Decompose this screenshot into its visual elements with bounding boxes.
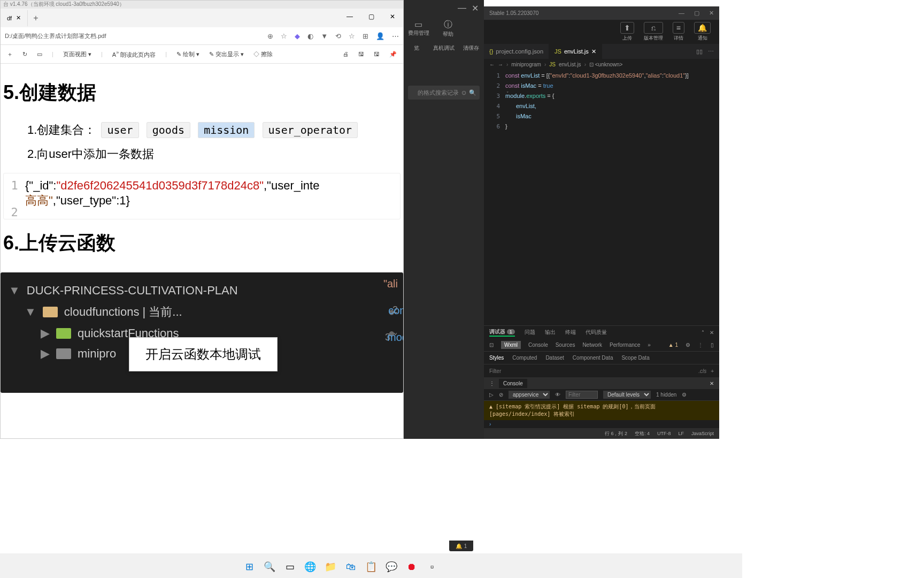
read-aloud-button[interactable]: A» 朗读此页内容 [112,50,156,59]
tab-project-config[interactable]: {}project.config.json [484,44,549,59]
draw-button[interactable]: ✎ 绘制 ▾ [176,50,199,58]
ext3-icon[interactable]: ▼ [321,32,328,40]
browser-tab[interactable]: df ✕ [1,10,28,26]
levels-select[interactable]: Default levels [603,391,651,399]
maximize-button[interactable]: ▢ [694,10,699,17]
problems-tab[interactable]: 问题 [525,329,535,336]
scope-tab[interactable]: Scope Data [621,355,649,361]
dock-icon[interactable]: ▯ [711,342,714,348]
clear-icon[interactable]: ⊘ [499,392,503,398]
sources-tab[interactable]: Sources [556,342,575,348]
print-icon[interactable]: 🖨 [343,51,349,57]
highlight-button[interactable]: ✎ 突出显示 ▾ [209,50,244,58]
cursor-position[interactable]: 行 6，列 2 [605,430,627,437]
saveas-icon[interactable]: 🖫 [374,51,380,57]
erase-button[interactable]: ◇ 擦除 [253,50,273,58]
cls-toggle[interactable]: .cls [698,368,706,374]
refresh-icon[interactable]: ↻ [22,51,27,58]
styles-tab[interactable]: Styles [489,355,504,361]
page-view-button[interactable]: 页面视图 ▾ [63,50,91,58]
add-style-icon[interactable]: + [711,368,714,374]
tab-envlist[interactable]: JSenvList.js✕ [549,44,602,59]
crumb-folder[interactable]: miniprogram [511,62,541,67]
more-icon[interactable]: ⋯ [708,48,714,55]
preview-button[interactable]: 览 [404,42,430,54]
wechat-icon[interactable]: 💬 [383,558,400,575]
language[interactable]: JavaScript [691,431,714,436]
filter-input[interactable]: Filter [489,368,698,374]
performance-tab[interactable]: Performance [610,342,640,348]
crumb-file[interactable]: envList.js [559,62,581,67]
help-button[interactable]: ⓘ帮助 [433,17,463,40]
collections-icon[interactable]: ☆ [349,32,355,40]
speed-circle[interactable]: 3 [903,328,922,347]
warn-count[interactable]: ▲ 1 [668,342,678,348]
history-back-icon[interactable]: ← [489,62,495,67]
minimize-button[interactable]: — [339,9,360,25]
upload-button[interactable]: ⬆上传 [617,21,637,43]
minimize-button[interactable]: — [679,10,684,17]
computed-tab[interactable]: Computed [512,355,537,361]
console-tab[interactable]: Console [528,342,548,348]
play-icon[interactable]: ▷ [489,392,494,398]
record-icon[interactable]: ⏺ [403,558,420,575]
hidden-count[interactable]: 1 hidden [656,392,676,398]
profile-icon[interactable]: 👤 [376,32,384,40]
minimize-button[interactable]: — [458,3,466,13]
gear-icon[interactable]: ⚙ [682,392,687,398]
notification-badge[interactable]: 🔔 1 [449,541,473,551]
eol[interactable]: LF [678,431,684,436]
component-tab[interactable]: Component Data [573,355,613,361]
console-drawer-tab[interactable]: Console [499,379,527,388]
search-button[interactable]: 🔍 [261,558,278,575]
settings-icon[interactable]: ⚙ [686,342,690,348]
fit-icon[interactable]: ▭ [37,51,42,58]
tab-close-icon[interactable]: ✕ [591,48,596,55]
network-tab[interactable]: Network [582,342,602,348]
collapse-icon[interactable]: ˄ [702,330,704,336]
filter-input[interactable] [566,391,598,399]
pin-icon[interactable]: 📌 [389,51,397,58]
save-icon[interactable]: 🖫 [358,51,364,57]
close-drawer-icon[interactable]: ✕ [710,381,714,386]
close-button[interactable]: ✕ [472,3,479,13]
detail-button[interactable]: ≡详情 [669,21,688,43]
code-editor[interactable]: 123456 const envList = [{"envId":"cloud1… [484,70,719,276]
indent-setting[interactable]: 空格: 4 [635,430,650,437]
more-tabs-icon[interactable]: » [648,342,651,348]
sync-icon[interactable]: ⟲ [335,32,341,40]
console-prompt[interactable]: › [484,420,719,428]
close-icon[interactable]: ✕ [710,330,714,336]
terminal-tab[interactable]: 终端 [565,329,576,336]
close-button[interactable]: ✕ [382,9,403,25]
version-button[interactable]: ⎌版本管理 [641,21,666,43]
wxml-tab[interactable]: Wxml [501,341,521,349]
cache-button[interactable]: 清缓存 [458,42,484,54]
tab-close-icon[interactable]: ✕ [16,14,21,21]
start-button[interactable]: ⊞ [241,558,258,575]
inspect-icon[interactable]: ⊡ [489,342,494,348]
fee-button[interactable]: ▭费用管理 [404,17,433,40]
office-icon[interactable]: 📋 [363,558,380,575]
taskview-button[interactable]: ▭ [281,558,298,575]
store-icon[interactable]: 🛍 [342,558,359,575]
code-content[interactable]: const envList = [{"envId":"cloud1-3g0fbu… [505,70,719,276]
edge-icon[interactable]: 🌐 [302,558,319,575]
quality-tab[interactable]: 代码质量 [586,329,607,336]
dataset-tab[interactable]: Dataset [545,355,564,361]
close-button[interactable]: ✕ [709,10,714,17]
new-tab-button[interactable]: + [28,13,43,23]
ext1-icon[interactable]: ◆ [295,32,300,40]
collections2-icon[interactable]: ⊞ [363,32,368,40]
debugger-tab[interactable]: 调试器 1 [489,328,515,337]
maximize-button[interactable]: ▢ [360,9,382,25]
explorer-icon[interactable]: 📁 [322,558,339,575]
zoom-icon[interactable]: ⊕ [267,32,273,40]
crumb-symbol[interactable]: ⊡ <unknown> [589,62,623,67]
split-icon[interactable]: ▯▯ [696,48,703,55]
notify-button[interactable]: 🔔通知 [691,21,714,43]
eye-icon[interactable]: 👁 [555,392,560,398]
ext2-icon[interactable]: ◐ [307,32,313,40]
drawer-kebab-icon[interactable]: ⋮ [489,381,495,386]
debug-button[interactable]: 真机调试 [431,42,457,54]
